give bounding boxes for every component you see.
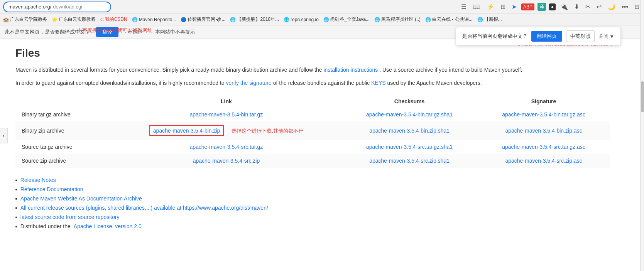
list-item: latest source code from source repositor…	[15, 212, 610, 222]
extension-icon[interactable]: 🔌	[559, 2, 570, 11]
list-link-5[interactable]: Apache License, version 2.0	[74, 223, 142, 229]
scrollbar-track[interactable]	[640, 0, 644, 246]
signature-link[interactable]: apache-maven-3.5.4-src.zip.asc	[505, 158, 582, 164]
installation-instructions-link[interactable]: installation instructions	[323, 67, 378, 73]
undo-icon[interactable]: ↩	[595, 2, 603, 11]
bookmark-8[interactable]: 🌐 黑马程序员社区 (..)	[374, 16, 421, 23]
translate-bar: 上百度搜索maven就可以找到网址 此不是中文网页，是否要翻译成中文？ 翻译 不…	[0, 25, 644, 39]
intro-paragraph-2: In order to guard against corrupted down…	[15, 79, 587, 87]
table-row: Binary tar.gz archiveapache-maven-3.5.4-…	[15, 108, 610, 121]
list-link-1[interactable]: Reference Documentation	[20, 186, 83, 192]
close-popup-button[interactable]: 关闭 ▼	[598, 33, 614, 40]
resource-links-list: Release NotesReference DocumentationApac…	[15, 175, 610, 231]
cn-en-button[interactable]: 中英对照	[566, 30, 595, 42]
cell-checksum: apache-maven-3.5.4-bin.tar.gz.sha1	[341, 108, 478, 121]
col-checksums: Checksums	[341, 95, 478, 108]
list-item: Distributed under the Apache License, ve…	[15, 222, 610, 231]
cell-signature: apache-maven-3.5.4-src.tar.gz.asc	[478, 140, 610, 154]
moon-icon[interactable]: 🌙	[606, 2, 617, 11]
signature-link[interactable]: apache-maven-3.5.4-bin.tar.gz.asc	[502, 111, 585, 118]
bookmark-6[interactable]: 🌐 repo.spring.io	[284, 17, 319, 22]
checksum-link[interactable]: apache-maven-3.5.4-bin.zip.sha1	[369, 128, 450, 134]
bookmark-5[interactable]: 🌐 【新提醒】2018年...	[230, 16, 279, 23]
col-type	[15, 95, 112, 108]
cell-signature: apache-maven-3.5.4-bin.tar.gz.asc	[478, 108, 610, 121]
cell-type: Binary zip archive	[15, 121, 112, 140]
translate-popup: 是否将当前网页翻译成中文？ 翻译网页 中英对照 关闭 ▼	[456, 27, 621, 45]
bookmark-4[interactable]: 🔵 传智播客官网-改...	[181, 16, 225, 23]
address-bar[interactable]: maven.apache.org/download.cgi	[3, 2, 111, 12]
keys-link[interactable]: KEYS	[371, 80, 385, 86]
cell-type: Binary tar.gz archive	[15, 108, 112, 121]
scrollbar-thumb[interactable]	[641, 81, 644, 112]
bookmark-icon[interactable]: 📖	[471, 2, 482, 11]
cell-checksum: apache-maven-3.5.4-src.tar.gz.sha1	[341, 140, 478, 154]
sidebar-icon[interactable]: ⊟	[633, 2, 641, 11]
adblocker-icon[interactable]: ABP	[521, 3, 534, 10]
bookmark-9[interactable]: 🌐 白云在线 - 公共课...	[425, 16, 473, 23]
download-link[interactable]: apache-maven-3.5.4-bin.tar.gz	[189, 111, 263, 118]
row-annotation: 选择这个进行下载,其他的都不行	[232, 128, 303, 134]
col-link: Link	[112, 95, 341, 108]
translate-annotation: 上百度搜索maven就可以找到网址	[77, 27, 152, 34]
forward-icon[interactable]: ➤	[510, 2, 518, 11]
lightning-icon[interactable]: ⚡	[485, 2, 496, 11]
list-link-3[interactable]: All current release sources (plugins, sh…	[20, 205, 268, 211]
verify-signature-link[interactable]: verify the signature	[226, 80, 272, 86]
translate-webpage-button[interactable]: 翻译网页	[531, 31, 562, 42]
cell-signature: apache-maven-3.5.4-src.zip.asc	[478, 154, 610, 168]
cell-link: apache-maven-3.5.4-src.tar.gz	[112, 140, 341, 154]
apps-icon[interactable]: ⊞	[499, 2, 507, 11]
table-header-row: Link Checksums Signature	[15, 95, 610, 108]
address-bar-row: maven.apache.org/download.cgi ☰ 📖 ⚡ ⊞ ➤ …	[0, 0, 644, 14]
intro-paragraph-1: Maven is distributed in several formats …	[15, 66, 587, 74]
download-link[interactable]: apache-maven-3.5.4-src.zip	[193, 158, 260, 164]
cell-link: apache-maven-3.5.4-src.zip	[112, 154, 341, 168]
bookmark-0[interactable]: 🏫 广东白云学院教务	[3, 16, 47, 23]
bookmark-10[interactable]: 🌐 【新报...	[477, 16, 502, 23]
more-icon[interactable]: •••	[620, 3, 630, 11]
bookmark-2[interactable]: C 我的CSDN	[100, 16, 127, 23]
list-link-2[interactable]: Apache Maven Website As Documentation Ar…	[20, 195, 142, 202]
toolbar-icons: ☰ 📖 ⚡ ⊞ ➤ ABP 译 ● 🔌 ⬇ ✂ ↩ 🌙 ••• ⊟	[460, 2, 641, 11]
table-row: Binary zip archiveapache-maven-3.5.4-bin…	[15, 121, 610, 140]
translate-icon[interactable]: 译	[538, 3, 546, 11]
signature-link[interactable]: apache-maven-3.5.4-bin.zip.asc	[505, 128, 582, 134]
sidebar-toggle[interactable]: ›	[0, 128, 8, 143]
page-wrapper: Files Maven is distributed in several fo…	[0, 39, 644, 246]
chevron-down-icon: ▼	[609, 34, 614, 39]
table-row: Source tar.gz archiveapache-maven-3.5.4-…	[15, 140, 610, 154]
files-table: Link Checksums Signature Binary tar.gz a…	[15, 95, 610, 168]
checksum-link[interactable]: apache-maven-3.5.4-bin.tar.gz.sha1	[366, 111, 453, 118]
list-link-0[interactable]: Release Notes	[20, 177, 56, 183]
cell-signature: apache-maven-3.5.4-bin.zip.asc	[478, 121, 610, 140]
list-item: Release Notes	[15, 175, 610, 185]
bookmark-7[interactable]: 🌐 尚硅谷_全套Java...	[323, 16, 370, 23]
cell-link: apache-maven-3.5.4-bin.tar.gz	[112, 108, 341, 121]
cell-checksum: apache-maven-3.5.4-src.zip.sha1	[341, 154, 478, 168]
list-link-4[interactable]: latest source code from source repositor…	[20, 214, 120, 220]
bookmark-1[interactable]: ⭐ 广东白云实践教程	[52, 16, 96, 23]
chevron-right-icon: ›	[3, 133, 5, 139]
list-item: Apache Maven Website As Documentation Ar…	[15, 194, 610, 203]
checksum-link[interactable]: apache-maven-3.5.4-src.tar.gz.sha1	[366, 144, 453, 150]
bookmark-3[interactable]: 🌐 Maven Reposito...	[132, 17, 176, 22]
cell-type: Source zip archive	[15, 154, 112, 168]
signature-link[interactable]: apache-maven-3.5.4-src.tar.gz.asc	[502, 144, 585, 150]
download-link[interactable]: apache-maven-3.5.4-src.tar.gz	[189, 144, 263, 150]
dark-icon[interactable]: ●	[549, 3, 556, 10]
checksum-link[interactable]: apache-maven-3.5.4-src.zip.sha1	[369, 158, 450, 164]
bookmarks-bar: 🏫 广东白云学院教务 ⭐ 广东白云实践教程 C 我的CSDN 🌐 Maven R…	[0, 14, 644, 25]
menu-icon[interactable]: ☰	[460, 2, 468, 11]
cell-link: apache-maven-3.5.4-bin.zip选择这个进行下载,其他的都不…	[112, 121, 341, 140]
list-item: Reference Documentation	[15, 185, 610, 194]
address-base: maven.apache.org/	[8, 4, 51, 10]
table-row: Source zip archiveapache-maven-3.5.4-src…	[15, 154, 610, 168]
list-item: All current release sources (plugins, sh…	[15, 203, 610, 212]
download-link-highlighted[interactable]: apache-maven-3.5.4-bin.zip	[149, 125, 224, 136]
cell-type: Source tar.gz archive	[15, 140, 112, 154]
no-remind-button[interactable]: 本网站中不再提示	[152, 27, 198, 37]
cell-checksum: apache-maven-3.5.4-bin.zip.sha1	[341, 121, 478, 140]
download-icon[interactable]: ⬇	[573, 2, 581, 11]
scissors-icon[interactable]: ✂	[584, 2, 592, 11]
